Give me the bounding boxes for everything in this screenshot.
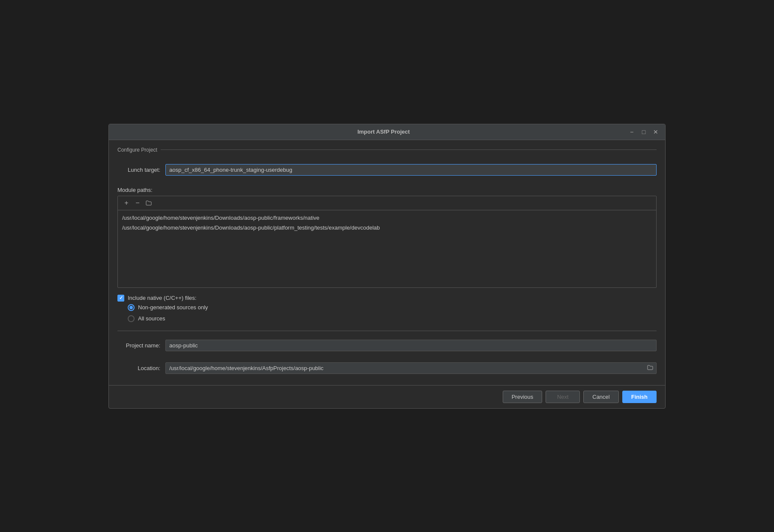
radio-all-sources[interactable] xyxy=(128,315,135,322)
location-label: Location: xyxy=(117,365,160,371)
include-native-row: ✓ Include native (C/C++) files: xyxy=(117,295,657,302)
title-controls: − □ ✕ xyxy=(627,128,660,136)
module-paths-list: /usr/local/google/home/stevenjenkins/Dow… xyxy=(118,210,656,287)
folder-icon xyxy=(146,200,152,206)
location-folder-icon xyxy=(647,365,653,370)
section-header: Configure Project xyxy=(117,147,657,153)
finish-button[interactable]: Finish xyxy=(622,391,657,403)
configure-project-label: Configure Project xyxy=(117,147,157,153)
restore-button[interactable]: □ xyxy=(639,128,648,136)
lunch-target-row: Lunch target: xyxy=(117,164,657,176)
close-button[interactable]: ✕ xyxy=(651,128,660,136)
module-paths-toolbar: + − xyxy=(118,196,656,210)
previous-button[interactable]: Previous xyxy=(503,391,543,403)
module-paths-container: + − /usr/local/google/home/stevenjenkins… xyxy=(117,196,657,288)
checkmark-icon: ✓ xyxy=(119,295,123,301)
lunch-target-label: Lunch target: xyxy=(117,167,160,173)
include-native-checkbox[interactable]: ✓ xyxy=(117,295,124,302)
project-name-row: Project name: xyxy=(117,340,657,351)
cancel-button[interactable]: Cancel xyxy=(583,391,618,403)
radio-non-generated-row[interactable]: Non-generated sources only xyxy=(128,304,657,311)
radio-all-sources-label: All sources xyxy=(138,315,165,322)
radio-all-sources-row[interactable]: All sources xyxy=(128,315,657,322)
minimize-button[interactable]: − xyxy=(627,128,636,136)
radio-non-generated-label: Non-generated sources only xyxy=(138,304,208,311)
divider xyxy=(117,331,657,331)
radio-non-generated[interactable] xyxy=(128,304,135,311)
dialog-body: Configure Project Lunch target: Module p… xyxy=(109,140,665,385)
dialog-footer: Previous Next Cancel Finish xyxy=(109,385,665,408)
module-paths-label: Module paths: xyxy=(117,187,657,193)
include-native-label: Include native (C/C++) files: xyxy=(128,295,196,301)
project-name-label: Project name: xyxy=(117,342,160,349)
project-name-input[interactable] xyxy=(165,340,657,351)
list-item: /usr/local/google/home/stevenjenkins/Dow… xyxy=(122,214,652,222)
include-native-section: ✓ Include native (C/C++) files: Non-gene… xyxy=(117,295,657,322)
browse-path-button[interactable] xyxy=(144,198,154,208)
location-browse-button[interactable] xyxy=(645,365,655,371)
radio-group: Non-generated sources only All sources xyxy=(128,304,657,322)
next-button[interactable]: Next xyxy=(546,391,580,403)
location-row: Location: xyxy=(117,362,657,374)
module-paths-section: Module paths: + − /usr/local/google/home… xyxy=(117,187,657,288)
location-input[interactable] xyxy=(165,362,657,374)
list-item: /usr/local/google/home/stevenjenkins/Dow… xyxy=(122,224,652,232)
add-path-button[interactable]: + xyxy=(121,198,132,208)
title-bar: Import ASfP Project − □ ✕ xyxy=(109,124,665,140)
dialog-title: Import ASfP Project xyxy=(357,129,410,135)
remove-path-button[interactable]: − xyxy=(132,198,143,208)
location-input-wrapper xyxy=(165,362,657,374)
lunch-target-input[interactable] xyxy=(165,164,657,176)
import-dialog: Import ASfP Project − □ ✕ Configure Proj… xyxy=(108,124,666,409)
